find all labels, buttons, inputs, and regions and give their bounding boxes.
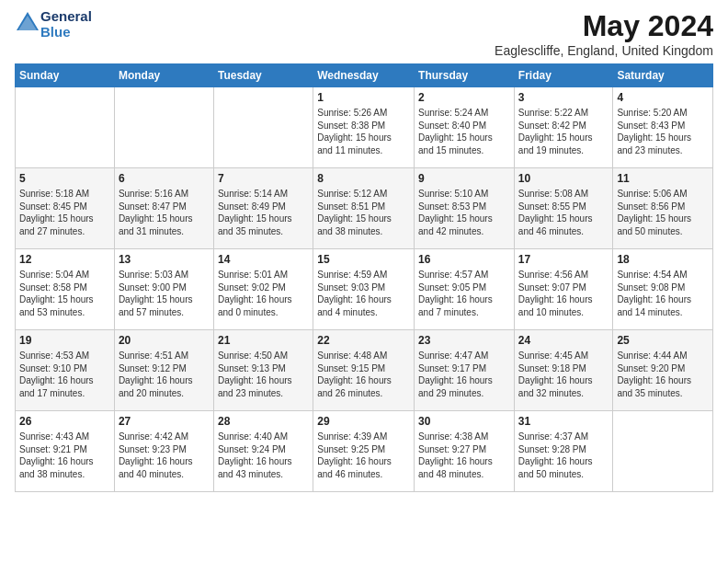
day-number: 26 (19, 414, 110, 429)
day-info: Sunrise: 4:48 AM Sunset: 9:15 PM Dayligh… (317, 350, 410, 399)
day-number: 3 (518, 90, 609, 105)
day-info: Sunrise: 4:47 AM Sunset: 9:17 PM Dayligh… (418, 350, 510, 399)
calendar-cell: 27Sunrise: 4:42 AM Sunset: 9:23 PM Dayli… (114, 411, 213, 492)
calendar-cell: 14Sunrise: 5:01 AM Sunset: 9:02 PM Dayli… (213, 249, 313, 330)
logo-line1: General (40, 9, 92, 25)
calendar-weekday-wednesday: Wednesday (313, 64, 415, 87)
calendar-week-1: 1Sunrise: 5:26 AM Sunset: 8:38 PM Daylig… (16, 87, 713, 168)
logo-line2: Blue (40, 25, 92, 40)
day-info: Sunrise: 4:45 AM Sunset: 9:18 PM Dayligh… (518, 350, 609, 399)
calendar-cell: 18Sunrise: 4:54 AM Sunset: 9:08 PM Dayli… (613, 249, 713, 330)
calendar-cell: 23Sunrise: 4:47 AM Sunset: 9:17 PM Dayli… (415, 330, 515, 411)
day-info: Sunrise: 5:01 AM Sunset: 9:02 PM Dayligh… (218, 269, 309, 318)
calendar-weekday-saturday: Saturday (613, 64, 713, 87)
day-info: Sunrise: 4:38 AM Sunset: 9:27 PM Dayligh… (418, 431, 510, 480)
calendar: SundayMondayTuesdayWednesdayThursdayFrid… (15, 63, 713, 492)
day-info: Sunrise: 4:39 AM Sunset: 9:25 PM Dayligh… (317, 431, 410, 480)
day-number: 1 (317, 90, 410, 105)
calendar-weekday-friday: Friday (514, 64, 613, 87)
calendar-weekday-thursday: Thursday (415, 64, 515, 87)
day-info: Sunrise: 4:43 AM Sunset: 9:21 PM Dayligh… (19, 431, 110, 480)
day-info: Sunrise: 4:51 AM Sunset: 9:12 PM Dayligh… (119, 350, 210, 399)
day-info: Sunrise: 4:59 AM Sunset: 9:03 PM Dayligh… (317, 269, 410, 318)
calendar-cell: 31Sunrise: 4:37 AM Sunset: 9:28 PM Dayli… (514, 411, 613, 492)
day-info: Sunrise: 5:06 AM Sunset: 8:56 PM Dayligh… (617, 188, 709, 237)
calendar-cell: 21Sunrise: 4:50 AM Sunset: 9:13 PM Dayli… (213, 330, 313, 411)
day-number: 30 (418, 414, 510, 429)
day-number: 18 (617, 252, 709, 267)
calendar-cell: 13Sunrise: 5:03 AM Sunset: 9:00 PM Dayli… (114, 249, 213, 330)
calendar-header-row: SundayMondayTuesdayWednesdayThursdayFrid… (16, 64, 713, 87)
calendar-cell (213, 87, 313, 168)
day-number: 16 (418, 252, 510, 267)
day-info: Sunrise: 4:57 AM Sunset: 9:05 PM Dayligh… (418, 269, 510, 318)
calendar-cell: 28Sunrise: 4:40 AM Sunset: 9:24 PM Dayli… (213, 411, 313, 492)
calendar-cell: 30Sunrise: 4:38 AM Sunset: 9:27 PM Dayli… (415, 411, 515, 492)
page-header: General Blue May 2024 Eaglescliffe, Engl… (15, 9, 713, 58)
calendar-cell: 20Sunrise: 4:51 AM Sunset: 9:12 PM Dayli… (114, 330, 213, 411)
day-number: 2 (418, 90, 510, 105)
day-number: 24 (518, 333, 609, 348)
day-info: Sunrise: 4:37 AM Sunset: 9:28 PM Dayligh… (518, 431, 609, 480)
month-year: May 2024 (495, 9, 713, 43)
calendar-weekday-sunday: Sunday (16, 64, 115, 87)
calendar-cell: 26Sunrise: 4:43 AM Sunset: 9:21 PM Dayli… (16, 411, 115, 492)
day-info: Sunrise: 4:56 AM Sunset: 9:07 PM Dayligh… (518, 269, 609, 318)
calendar-cell: 4Sunrise: 5:20 AM Sunset: 8:43 PM Daylig… (613, 87, 713, 168)
day-number: 8 (317, 171, 410, 186)
day-number: 15 (317, 252, 410, 267)
day-info: Sunrise: 5:24 AM Sunset: 8:40 PM Dayligh… (418, 107, 510, 156)
day-number: 20 (119, 333, 210, 348)
day-info: Sunrise: 4:50 AM Sunset: 9:13 PM Dayligh… (218, 350, 309, 399)
calendar-cell: 9Sunrise: 5:10 AM Sunset: 8:53 PM Daylig… (415, 168, 515, 249)
calendar-cell: 1Sunrise: 5:26 AM Sunset: 8:38 PM Daylig… (313, 87, 415, 168)
title-block: May 2024 Eaglescliffe, England, United K… (495, 9, 713, 58)
calendar-cell: 7Sunrise: 5:14 AM Sunset: 8:49 PM Daylig… (213, 168, 313, 249)
calendar-week-2: 5Sunrise: 5:18 AM Sunset: 8:45 PM Daylig… (16, 168, 713, 249)
day-info: Sunrise: 5:08 AM Sunset: 8:55 PM Dayligh… (518, 188, 609, 237)
calendar-week-4: 19Sunrise: 4:53 AM Sunset: 9:10 PM Dayli… (16, 330, 713, 411)
day-number: 10 (518, 171, 609, 186)
logo: General Blue (15, 9, 92, 40)
calendar-cell: 22Sunrise: 4:48 AM Sunset: 9:15 PM Dayli… (313, 330, 415, 411)
calendar-cell: 6Sunrise: 5:16 AM Sunset: 8:47 PM Daylig… (114, 168, 213, 249)
calendar-cell: 19Sunrise: 4:53 AM Sunset: 9:10 PM Dayli… (16, 330, 115, 411)
day-number: 6 (119, 171, 210, 186)
day-number: 21 (218, 333, 309, 348)
calendar-cell: 29Sunrise: 4:39 AM Sunset: 9:25 PM Dayli… (313, 411, 415, 492)
calendar-cell: 25Sunrise: 4:44 AM Sunset: 9:20 PM Dayli… (613, 330, 713, 411)
day-number: 9 (418, 171, 510, 186)
calendar-cell: 17Sunrise: 4:56 AM Sunset: 9:07 PM Dayli… (514, 249, 613, 330)
day-number: 28 (218, 414, 309, 429)
calendar-cell: 12Sunrise: 5:04 AM Sunset: 8:58 PM Dayli… (16, 249, 115, 330)
calendar-cell: 8Sunrise: 5:12 AM Sunset: 8:51 PM Daylig… (313, 168, 415, 249)
calendar-cell (114, 87, 213, 168)
day-info: Sunrise: 5:10 AM Sunset: 8:53 PM Dayligh… (418, 188, 510, 237)
day-info: Sunrise: 5:22 AM Sunset: 8:42 PM Dayligh… (518, 107, 609, 156)
day-number: 25 (617, 333, 709, 348)
calendar-weekday-tuesday: Tuesday (213, 64, 313, 87)
day-info: Sunrise: 5:20 AM Sunset: 8:43 PM Dayligh… (617, 107, 709, 156)
day-info: Sunrise: 4:40 AM Sunset: 9:24 PM Dayligh… (218, 431, 309, 480)
calendar-week-3: 12Sunrise: 5:04 AM Sunset: 8:58 PM Dayli… (16, 249, 713, 330)
day-number: 17 (518, 252, 609, 267)
day-number: 11 (617, 171, 709, 186)
day-number: 29 (317, 414, 410, 429)
day-info: Sunrise: 5:03 AM Sunset: 9:00 PM Dayligh… (119, 269, 210, 318)
day-info: Sunrise: 5:16 AM Sunset: 8:47 PM Dayligh… (119, 188, 210, 237)
day-info: Sunrise: 4:42 AM Sunset: 9:23 PM Dayligh… (119, 431, 210, 480)
day-info: Sunrise: 5:26 AM Sunset: 8:38 PM Dayligh… (317, 107, 410, 156)
day-number: 19 (19, 333, 110, 348)
calendar-cell: 3Sunrise: 5:22 AM Sunset: 8:42 PM Daylig… (514, 87, 613, 168)
calendar-cell: 5Sunrise: 5:18 AM Sunset: 8:45 PM Daylig… (16, 168, 115, 249)
calendar-cell (16, 87, 115, 168)
day-info: Sunrise: 5:18 AM Sunset: 8:45 PM Dayligh… (19, 188, 110, 237)
day-number: 23 (418, 333, 510, 348)
calendar-cell: 10Sunrise: 5:08 AM Sunset: 8:55 PM Dayli… (514, 168, 613, 249)
calendar-weekday-monday: Monday (114, 64, 213, 87)
day-info: Sunrise: 4:53 AM Sunset: 9:10 PM Dayligh… (19, 350, 110, 399)
location: Eaglescliffe, England, United Kingdom (495, 43, 713, 58)
calendar-cell: 11Sunrise: 5:06 AM Sunset: 8:56 PM Dayli… (613, 168, 713, 249)
day-number: 4 (617, 90, 709, 105)
day-number: 5 (19, 171, 110, 186)
